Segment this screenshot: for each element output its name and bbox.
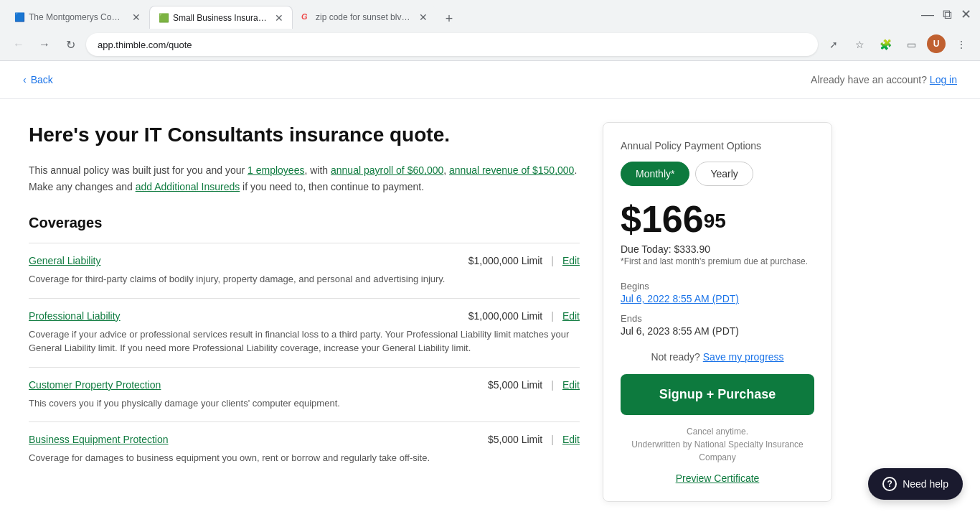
back-label: Back	[31, 74, 53, 85]
underwriter-name: Underwritten by National Specialty Insur…	[631, 439, 803, 462]
price-cents: 95	[704, 210, 726, 232]
bookmark-icon[interactable]: ☆	[849, 34, 870, 55]
coverage-name-1[interactable]: Professional Liability	[29, 310, 121, 322]
menu-icon[interactable]: ⋮	[951, 34, 971, 55]
preview-certificate-link[interactable]: Preview Certificate	[621, 472, 814, 484]
forward-nav-button[interactable]: →	[34, 34, 55, 55]
monthly-toggle-button[interactable]: Monthly*	[621, 162, 689, 186]
sidebar: Annual Policy Payment Options Monthly* Y…	[603, 122, 832, 502]
quote-description: This annual policy was built just for yo…	[29, 162, 580, 195]
tab-2-close-icon[interactable]: ✕	[275, 12, 283, 24]
price-whole: $166	[621, 198, 704, 240]
browser-tab-3[interactable]: G zip code for sunset blvd la - Goo... ✕	[293, 6, 436, 29]
account-section: Already have an account? Log in	[811, 74, 957, 85]
coverage-header-0: General Liability $1,000,000 Limit | Edi…	[29, 255, 580, 266]
main-content: Here's your IT Consultants insurance quo…	[29, 122, 580, 502]
browser-tab-2[interactable]: 🟩 Small Business Insurance | Thimb... ✕	[149, 6, 293, 29]
coverage-separator-1: |	[551, 310, 554, 322]
payment-options-label: Annual Policy Payment Options	[621, 140, 814, 152]
coverage-separator-2: |	[551, 379, 554, 391]
signup-purchase-button[interactable]: Signup + Purchase	[621, 374, 814, 415]
page-body: Here's your IT Consultants insurance quo…	[0, 99, 861, 517]
coverage-header-2: Customer Property Protection $5,000 Limi…	[29, 379, 580, 391]
need-help-icon: ?	[882, 477, 897, 491]
coverage-separator-3: |	[551, 434, 554, 445]
browser-tab-1[interactable]: 🟦 The Montgomerys Come to Five... ✕	[6, 6, 149, 29]
coverage-edit-0[interactable]: Edit	[562, 255, 580, 266]
coverage-item-0: General Liability $1,000,000 Limit | Edi…	[29, 243, 580, 298]
revenue-link[interactable]: annual revenue of $150,000	[449, 164, 574, 176]
coverage-right-3: $5,000 Limit | Edit	[488, 434, 580, 445]
desc-suffix2: if you need to, then continue to payment…	[240, 181, 424, 192]
tab-1-close-icon[interactable]: ✕	[132, 11, 141, 23]
coverages-list: General Liability $1,000,000 Limit | Edi…	[29, 243, 580, 477]
tab-2-favicon: 🟩	[159, 13, 169, 23]
coverage-item-3: Business Equipment Protection $5,000 Lim…	[29, 421, 580, 477]
window-minimize-icon[interactable]: —	[918, 7, 937, 22]
coverage-header-3: Business Equipment Protection $5,000 Lim…	[29, 434, 580, 445]
coverage-name-3[interactable]: Business Equipment Protection	[29, 434, 169, 445]
tab-3-favicon: G	[301, 12, 311, 22]
extensions-icon[interactable]: 🧩	[875, 34, 895, 55]
payment-toggle: Monthly* Yearly	[621, 162, 814, 186]
window-controls: — ⧉ ✕	[918, 6, 980, 22]
coverages-title: Coverages	[29, 215, 580, 231]
price-display: $16695	[621, 200, 814, 238]
begins-date[interactable]: Jul 6, 2022 8:55 AM (PDT)	[621, 293, 814, 304]
tab-3-title: zip code for sunset blvd la - Goo...	[316, 12, 412, 22]
yearly-toggle-button[interactable]: Yearly	[695, 162, 753, 186]
coverage-edit-1[interactable]: Edit	[562, 310, 580, 322]
coverage-desc-1: Coverage if your advice or professional …	[29, 327, 580, 355]
address-input[interactable]	[86, 33, 818, 56]
coverage-item-2: Customer Property Protection $5,000 Limi…	[29, 367, 580, 422]
window-close-icon[interactable]: ✕	[958, 6, 974, 22]
coverage-item-1: Professional Liability $1,000,000 Limit …	[29, 298, 580, 367]
page-header: ‹ Back Already have an account? Log in	[0, 61, 980, 99]
sidebar-card: Annual Policy Payment Options Monthly* Y…	[603, 122, 832, 502]
back-chevron-icon: ‹	[23, 74, 27, 85]
tab-2-title: Small Business Insurance | Thimb...	[173, 13, 268, 23]
account-text: Already have an account?	[811, 74, 927, 85]
coverage-edit-2[interactable]: Edit	[562, 379, 580, 391]
need-help-button[interactable]: ? Need help	[868, 468, 963, 500]
ends-label: Ends	[621, 313, 814, 324]
new-tab-button[interactable]: +	[439, 9, 459, 29]
coverage-name-0[interactable]: General Liability	[29, 255, 100, 266]
coverage-limit-0: $1,000,000 Limit	[468, 255, 543, 266]
coverage-limit-1: $1,000,000 Limit	[468, 310, 543, 322]
coverage-limit-3: $5,000 Limit	[488, 434, 542, 445]
coverage-separator-0: |	[551, 255, 554, 266]
tab-3-close-icon[interactable]: ✕	[419, 11, 428, 23]
coverage-edit-3[interactable]: Edit	[562, 434, 580, 445]
window-restore-icon[interactable]: ⧉	[940, 7, 955, 22]
reload-nav-button[interactable]: ↻	[60, 34, 80, 55]
back-nav-button[interactable]: ←	[9, 34, 29, 55]
desc-middle2: ,	[443, 164, 449, 176]
coverage-desc-2: This covers you if you physically damage…	[29, 396, 580, 411]
coverage-name-2[interactable]: Customer Property Protection	[29, 379, 161, 391]
cancel-text: Cancel anytime.	[687, 427, 748, 437]
toolbar-icons: ➚ ☆ 🧩 ▭ U ⋮	[824, 34, 971, 55]
back-link[interactable]: ‹ Back	[23, 74, 53, 85]
share-icon[interactable]: ➚	[824, 34, 844, 55]
user-avatar[interactable]: U	[927, 34, 946, 53]
address-bar-row: ← → ↻ ➚ ☆ 🧩 ▭ U ⋮	[0, 29, 980, 60]
not-ready-section: Not ready? Save my progress	[621, 351, 814, 363]
tab-1-favicon: 🟦	[14, 12, 24, 22]
coverage-desc-0: Coverage for third-party claims of bodil…	[29, 272, 580, 287]
ends-date: Jul 6, 2023 8:55 AM (PDT)	[621, 325, 814, 337]
desc-prefix: This annual policy was built just for yo…	[29, 164, 248, 176]
coverage-right-0: $1,000,000 Limit | Edit	[468, 255, 580, 266]
login-link[interactable]: Log in	[930, 74, 957, 85]
coverage-header-1: Professional Liability $1,000,000 Limit …	[29, 310, 580, 322]
payroll-link[interactable]: annual payroll of $60,000	[331, 164, 443, 176]
employees-link[interactable]: 1 employees	[248, 164, 304, 176]
coverage-right-2: $5,000 Limit | Edit	[488, 379, 580, 391]
not-ready-text: Not ready?	[651, 351, 699, 363]
sidebar-icon[interactable]: ▭	[901, 34, 921, 55]
save-progress-link[interactable]: Save my progress	[703, 351, 784, 363]
browser-chrome: 🟦 The Montgomerys Come to Five... ✕ 🟩 Sm…	[0, 0, 980, 61]
underwriter-text: Cancel anytime. Underwritten by National…	[621, 425, 814, 464]
insureds-link[interactable]: add Additional Insureds	[136, 181, 240, 192]
coverage-limit-2: $5,000 Limit	[488, 379, 542, 391]
